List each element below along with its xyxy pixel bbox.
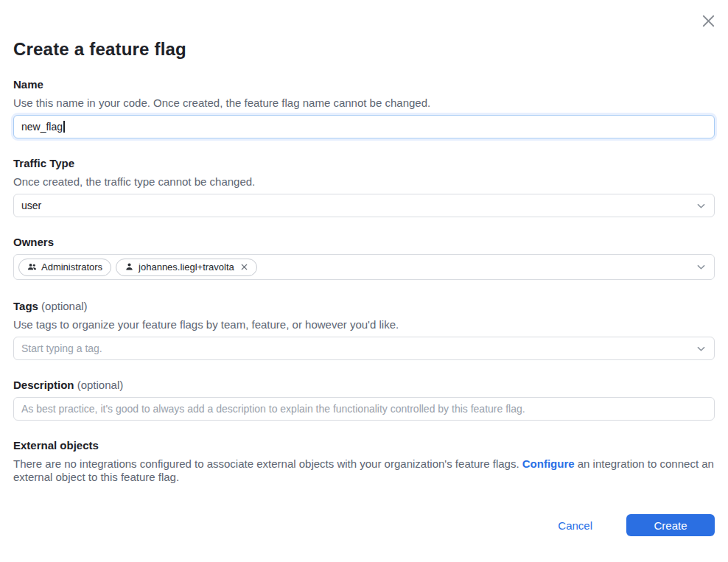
tags-label: Tags (optional) [13, 300, 715, 312]
chevron-down-icon [696, 261, 707, 273]
name-input-value: new_flag [21, 121, 63, 133]
remove-owner-icon[interactable] [240, 263, 248, 271]
close-icon [700, 13, 717, 29]
description-label-text: Description [13, 379, 74, 391]
owner-chip-user[interactable]: johannes.liegl+travolta [116, 259, 257, 276]
name-input[interactable]: new_flag [13, 115, 715, 138]
tags-field-group: Tags (optional) Use tags to organize you… [13, 300, 715, 360]
owners-field-group: Owners Administrators johannes.liegl+tra… [13, 236, 715, 280]
external-objects-text: There are no integrations configured to … [13, 457, 715, 484]
traffic-type-field-group: Traffic Type Once created, the traffic t… [13, 157, 715, 217]
description-input[interactable] [13, 397, 715, 421]
description-label: Description (optional) [13, 379, 715, 391]
tags-optional-text: (optional) [41, 300, 88, 312]
traffic-type-helper-text: Once created, the traffic type cannot be… [13, 175, 715, 188]
configure-link[interactable]: Configure [522, 457, 575, 470]
tags-select[interactable]: Start typing a tag. [13, 337, 715, 360]
description-optional-text: (optional) [77, 379, 124, 391]
owner-chip-label: johannes.liegl+travolta [139, 261, 234, 273]
owner-chip-administrators[interactable]: Administrators [18, 259, 111, 276]
tags-helper-text: Use tags to organize your feature flags … [13, 318, 715, 331]
external-objects-group: External objects There are no integratio… [13, 439, 715, 484]
close-button[interactable] [698, 10, 718, 31]
traffic-type-selected-value: user [21, 200, 41, 211]
owners-chip-row: Administrators johannes.liegl+travolta [18, 259, 690, 276]
create-feature-flag-modal: Create a feature flag Name Use this name… [0, 0, 728, 562]
cancel-button[interactable]: Cancel [558, 519, 592, 532]
tags-placeholder: Start typing a tag. [21, 343, 102, 354]
description-field-group: Description (optional) [13, 379, 715, 421]
owners-select[interactable]: Administrators johannes.liegl+travolta [13, 254, 715, 280]
name-field-group: Name Use this name in your code. Once cr… [13, 78, 715, 138]
person-icon [125, 262, 134, 272]
traffic-type-label: Traffic Type [13, 157, 715, 169]
chevron-down-icon [696, 200, 707, 211]
owner-chip-label: Administrators [41, 261, 102, 273]
modal-footer: Cancel Create [13, 514, 715, 536]
tags-label-text: Tags [13, 300, 38, 312]
external-objects-text-before: There are no integrations configured to … [13, 457, 522, 470]
owners-label: Owners [13, 236, 715, 248]
text-cursor [63, 121, 65, 133]
name-helper-text: Use this name in your code. Once created… [13, 96, 715, 109]
chevron-down-icon [696, 343, 707, 354]
modal-title: Create a feature flag [13, 0, 715, 60]
name-label: Name [13, 78, 715, 91]
group-icon [27, 262, 37, 272]
traffic-type-select[interactable]: user [13, 194, 715, 217]
create-button[interactable]: Create [626, 514, 715, 536]
external-objects-label: External objects [13, 439, 715, 452]
